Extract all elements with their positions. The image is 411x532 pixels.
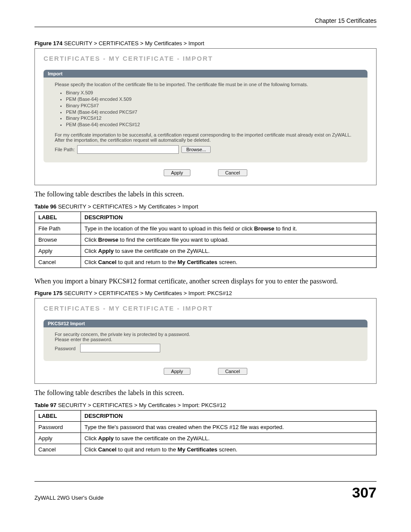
td-desc: Click Cancel to quit and return to the M… [81,256,377,268]
desc-text: Click [84,435,98,442]
browse-button[interactable]: Browse... [181,146,211,153]
pkcs12-line1: For security concern, the private key is… [55,332,356,337]
apply-button[interactable]: Apply [164,368,190,375]
td-label: Apply [35,432,81,444]
td-label: Cancel [35,444,81,455]
desc-text: Click [84,248,98,254]
page-footer: ZyWALL 2WG User's Guide 307 [34,481,377,501]
td-desc: Type the file's password that was create… [81,421,377,432]
import-intro: Please specify the location of the certi… [55,82,356,87]
th-desc: DESCRIPTION [81,212,377,223]
desc-bold: Browse [254,225,274,232]
body-paragraph: The following table describes the labels… [34,190,377,199]
desc-bold: Apply [98,248,114,254]
password-label: Password [55,346,75,351]
desc-bold: My Certificates [177,259,217,265]
desc-bold: Browse [98,236,118,243]
td-label: File Path [35,223,81,234]
td-desc: Click Apply to save the certificate on t… [81,432,377,444]
pkcs12-panel: PKCS#12 Import For security concern, the… [44,320,367,361]
desc-text: to save the certificate on the ZyWALL. [114,248,210,254]
pkcs12-panel-header: PKCS#12 Import [44,320,367,327]
body-paragraph: The following table describes the labels… [34,388,377,398]
import-note: For my certificate importation to be suc… [55,132,356,143]
th-desc: DESCRIPTION [81,410,377,421]
body-paragraph: When you import a binary PKCS#12 format … [34,277,377,286]
import-panel: Import Please specify the location of th… [44,70,367,162]
desc-text: Type in the location of the file you wan… [84,225,254,232]
desc-text: to quit and return to the [116,259,177,265]
table-97-rest: SECURITY > CERTIFICATES > My Certificate… [56,402,226,408]
desc-text: screen. [218,259,237,265]
chapter-header: Chapter 15 Certificates [34,17,377,27]
desc-text: to save the certificate on the ZyWALL. [114,435,210,442]
desc-text: to find it. [274,225,297,232]
table-96-bold: Table 96 [34,203,56,210]
figure-174-screenshot: CERTIFICATES - MY CERTIFICATE - IMPORT I… [34,48,377,185]
pkcs12-panel-body: For security concern, the private key is… [44,327,367,355]
file-path-input[interactable] [77,145,179,154]
desc-text: Click [84,259,98,265]
screenshot-title: CERTIFICATES - MY CERTIFICATE - IMPORT [44,305,367,312]
desc-bold: My Certificates [177,446,217,453]
file-path-row: File Path: Browse... [55,145,356,154]
table-97: LABEL DESCRIPTION Password Type the file… [34,410,377,455]
desc-text: Click [84,236,98,243]
password-input[interactable] [80,344,160,352]
screenshot-title: CERTIFICATES - MY CERTIFICATE - IMPORT [44,55,367,62]
password-row: Password [55,344,356,352]
table-96-caption: Table 96 SECURITY > CERTIFICATES > My Ce… [34,203,377,210]
figure-175-caption: Figure 175 SECURITY > CERTIFICATES > My … [34,290,377,296]
format-list: Binary X.509 PEM (Base-64) encoded X.509… [60,90,356,128]
import-panel-header: Import [44,70,367,78]
button-row: Apply Cancel [44,168,367,176]
td-label: Password [35,421,81,432]
desc-bold: Cancel [98,446,117,453]
desc-text: Click [84,446,98,453]
table-97-caption: Table 97 SECURITY > CERTIFICATES > My Ce… [34,402,377,408]
format-item: PEM (Base-64) encoded X.509 [66,96,356,103]
table-row: Apply Click Apply to save the certificat… [35,432,377,444]
table-header-row: LABEL DESCRIPTION [35,410,377,421]
figure-174-rest: SECURITY > CERTIFICATES > My Certificate… [62,40,204,47]
desc-bold: Cancel [98,259,117,265]
td-label: Browse [35,234,81,245]
table-row: Browse Click Browse to find the certific… [35,234,377,245]
desc-text: screen. [218,446,237,453]
cancel-button[interactable]: Cancel [218,368,247,375]
figure-175-screenshot: CERTIFICATES - MY CERTIFICATE - IMPORT P… [34,298,377,384]
table-96-rest: SECURITY > CERTIFICATES > My Certificate… [56,203,198,210]
th-label: LABEL [35,410,81,421]
apply-button[interactable]: Apply [164,169,190,176]
table-row: Cancel Click Cancel to quit and return t… [35,444,377,455]
td-desc: Click Cancel to quit and return to the M… [81,444,377,455]
import-panel-body: Please specify the location of the certi… [44,78,367,156]
pkcs12-line2: Please enter the password. [55,337,356,342]
format-item: Binary X.509 [66,90,356,96]
desc-text: to quit and return to the [116,446,177,453]
desc-bold: Apply [98,435,114,442]
format-item: PEM (Base-64) encoded PKCS#12 [66,121,356,128]
file-path-label: File Path: [55,147,75,152]
format-item: Binary PKCS#12 [66,115,356,121]
table-96: LABEL DESCRIPTION File Path Type in the … [34,212,377,268]
format-item: PEM (Base-64) encoded PKCS#7 [66,109,356,115]
format-item: Binary PKCS#7 [66,103,356,109]
button-row: Apply Cancel [44,367,367,375]
footer-page-number: 307 [352,484,377,501]
figure-174-bold: Figure 174 [34,40,62,47]
td-desc: Click Browse to find the certificate fil… [81,234,377,245]
table-row: Password Type the file's password that w… [35,421,377,432]
table-header-row: LABEL DESCRIPTION [35,212,377,223]
cancel-button[interactable]: Cancel [218,169,247,176]
table-row: File Path Type in the location of the fi… [35,223,377,234]
table-97-bold: Table 97 [34,402,56,408]
figure-175-bold: Figure 175 [34,290,62,296]
desc-text: to find the certificate file you want to… [118,236,229,243]
figure-175-rest: SECURITY > CERTIFICATES > My Certificate… [62,290,232,296]
td-label: Apply [35,245,81,256]
th-label: LABEL [35,212,81,223]
footer-guide-title: ZyWALL 2WG User's Guide [34,495,103,501]
table-row: Cancel Click Cancel to quit and return t… [35,256,377,268]
td-label: Cancel [35,256,81,268]
